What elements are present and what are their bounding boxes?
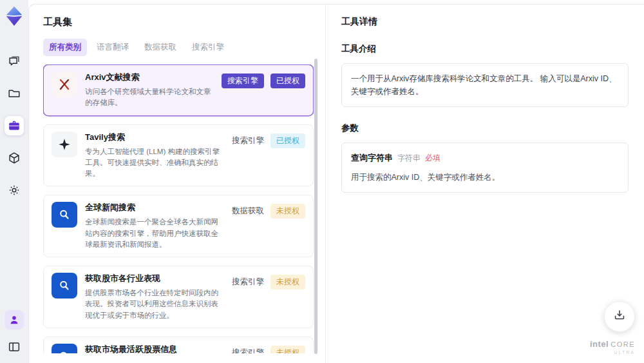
arxiv-logo-icon: [52, 72, 77, 97]
download-button[interactable]: [604, 301, 635, 332]
tool-list: Arxiv文献搜索 访问各个研究领域大量科学论文和文章的存储库。 搜索引擎 已授…: [43, 64, 314, 353]
params-heading: 参数: [341, 123, 629, 134]
intro-heading: 工具介绍: [341, 43, 629, 55]
briefcase-icon: [7, 119, 21, 133]
tool-list-panel: 工具集 所有类别语言翻译数据获取搜索引擎 Arxiv文献搜索 访问各个研究领域大…: [29, 5, 326, 363]
param-type: 字符串: [397, 153, 421, 162]
gear-icon: [7, 183, 21, 197]
list-scrollbar[interactable]: [314, 59, 317, 354]
sidebar-item-account[interactable]: [5, 310, 24, 329]
download-icon: [612, 308, 627, 325]
tool-tags: 搜索引擎 已授权: [232, 133, 305, 148]
tool-name: 获取股市各行业表现: [85, 273, 224, 284]
news-search-icon: [52, 273, 77, 299]
tool-tags: 搜索引擎 未授权: [232, 275, 305, 289]
sidebar-item-settings[interactable]: [5, 181, 24, 200]
cube-icon: [7, 151, 21, 165]
tool-name: Arxiv文献搜索: [85, 72, 214, 83]
tool-name: Tavily搜索: [85, 132, 224, 143]
param-card: 查询字符串字符串必填 用于搜索的Arxiv ID、关键字或作者姓名。: [341, 142, 629, 193]
intel-wordmark: intel: [590, 339, 609, 349]
tool-status-badge: 未授权: [270, 346, 305, 353]
tool-detail-panel: 工具详情 工具介绍 一个用于从Arxiv存储库搜索科学论文和文章的工具。 输入可…: [326, 5, 644, 363]
tool-category-tag: 数据获取: [232, 206, 264, 217]
tool-tags: 数据获取 未授权: [232, 204, 305, 219]
tool-category-tag: 搜索引擎: [232, 135, 264, 146]
tool-status-badge: 未授权: [270, 204, 305, 219]
tool-card[interactable]: 获取市场最活跃股票信息 提供当天交易量最高的股票列表，投资者可以利用这些信息来识…: [43, 337, 314, 353]
chat-icon: [7, 54, 21, 68]
tool-status-badge: 已授权: [270, 133, 305, 148]
news-search-icon: [52, 202, 77, 228]
sidebar: [0, 0, 28, 363]
tool-category-tag: 搜索引擎: [232, 277, 264, 288]
sidebar-item-models[interactable]: [5, 148, 24, 168]
param-description: 用于搜索的Arxiv ID、关键字或作者姓名。: [351, 171, 619, 184]
param-list: 查询字符串字符串必填 用于搜索的Arxiv ID、关键字或作者姓名。: [341, 142, 629, 193]
tool-card[interactable]: 全球新闻搜索 全球新闻搜索是一个聚合全球各大新闻网站内容的搜索引擎，帮助用户快速…: [43, 195, 314, 257]
category-tab-1[interactable]: 语言翻译: [91, 39, 135, 56]
core-wordmark: CORE: [611, 340, 635, 348]
layout-panel-icon: [7, 340, 21, 354]
tool-description: 全球新闻搜索是一个聚合全球各大新闻网站内容的搜索引擎，帮助用户快速获取全球最新资…: [85, 217, 224, 250]
tool-description: 访问各个研究领域大量科学论文和文章的存储库。: [85, 86, 214, 109]
tool-status-badge: 未授权: [270, 275, 305, 289]
tool-tags: 搜索引擎 已授权: [222, 74, 305, 88]
category-tabs: 所有类别语言翻译数据获取搜索引擎: [43, 39, 314, 56]
intel-core-logo: intelCORE ULTRA: [587, 338, 638, 355]
sidebar-item-chat[interactable]: [5, 52, 24, 71]
page-title: 工具集: [43, 16, 314, 28]
tool-category-tag: 搜索引擎: [232, 348, 264, 353]
sidebar-item-tools[interactable]: [5, 116, 24, 135]
user-icon: [8, 313, 21, 326]
app-window: 工具集 所有类别语言翻译数据获取搜索引擎 Arxiv文献搜索 访问各个研究领域大…: [0, 0, 644, 363]
category-tab-2[interactable]: 数据获取: [138, 39, 182, 56]
tavily-star-icon: [52, 132, 77, 157]
tool-card[interactable]: Tavily搜索 专为人工智能代理 (LLM) 构建的搜索引擎工具。可快速提供实…: [43, 124, 314, 187]
content-area: 工具集 所有类别语言翻译数据获取搜索引擎 Arxiv文献搜索 访问各个研究领域大…: [28, 4, 644, 363]
sidebar-bottom: [5, 310, 24, 357]
sidebar-nav: [5, 52, 24, 200]
folder-icon: [7, 86, 21, 101]
news-search-icon: [52, 344, 77, 353]
tool-card[interactable]: Arxiv文献搜索 访问各个研究领域大量科学论文和文章的存储库。 搜索引擎 已授…: [43, 64, 314, 116]
tool-card[interactable]: 获取股市各行业表现 提供股票市场各个行业在特定时间段内的表现。投资者可以利用这些…: [43, 266, 314, 328]
tool-description: 提供股票市场各个行业在特定时间段内的表现。投资者可以利用这些信息来识别表现优于或…: [85, 288, 224, 321]
param-name: 查询字符串: [351, 153, 393, 162]
tool-name: 全球新闻搜索: [85, 202, 224, 213]
category-tab-3[interactable]: 搜索引擎: [186, 39, 230, 56]
param-required-label: 必填: [425, 153, 440, 162]
tool-name: 获取市场最活跃股票信息: [85, 344, 224, 353]
category-tab-0[interactable]: 所有类别: [43, 39, 87, 56]
tool-category-tag: 搜索引擎: [222, 74, 264, 88]
tool-status-badge: 已授权: [270, 74, 305, 88]
app-logo-icon: [5, 5, 24, 27]
tool-description: 专为人工智能代理 (LLM) 构建的搜索引擎工具。可快速提供实时、准确和真实的结…: [85, 146, 224, 180]
sidebar-item-files[interactable]: [5, 84, 24, 103]
tier-wordmark: ULTRA: [587, 350, 635, 355]
tool-tags: 搜索引擎 未授权: [232, 346, 305, 353]
detail-title: 工具详情: [341, 16, 629, 28]
intro-text-box: 一个用于从Arxiv存储库搜索科学论文和文章的工具。 输入可以是Arxiv ID…: [341, 63, 629, 107]
sidebar-item-panel-toggle[interactable]: [5, 337, 24, 357]
